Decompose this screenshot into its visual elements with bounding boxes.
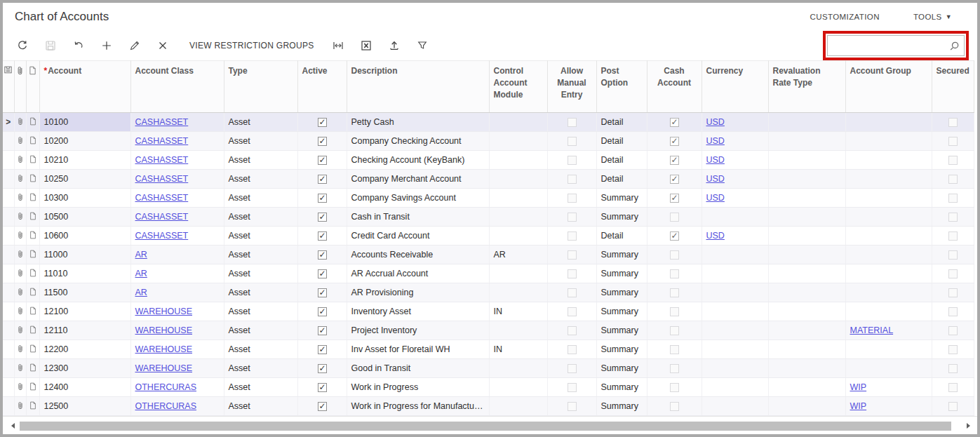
row-note-cell[interactable] [26, 151, 39, 170]
row-note-cell[interactable] [26, 302, 39, 321]
column-header-active[interactable]: Active [297, 61, 347, 113]
undo-button[interactable] [69, 36, 88, 55]
tools-menu[interactable]: TOOLS▼ [913, 13, 952, 21]
delete-row-button[interactable] [153, 36, 173, 55]
row-note-cell[interactable] [26, 132, 39, 151]
account-cell[interactable]: 10300 [39, 189, 130, 208]
active-checkbox[interactable] [318, 213, 327, 222]
row-attachment-cell[interactable] [14, 189, 26, 208]
currency-link[interactable]: USD [706, 155, 725, 165]
column-header-revaluation-rate-type[interactable]: Revaluation Rate Type [768, 61, 845, 113]
table-row[interactable]: 10210 CASHASSET Asset Checking Account (… [3, 151, 974, 170]
account-class-link[interactable]: CASHASSET [135, 136, 189, 146]
edit-record-button[interactable] [125, 36, 145, 55]
table-row[interactable]: 10200 CASHASSET Asset Company Checking A… [3, 132, 974, 151]
active-checkbox[interactable] [318, 402, 327, 411]
row-note-cell[interactable] [26, 227, 39, 246]
table-row[interactable]: 11010 AR Asset AR Accrual Account Summar… [3, 264, 974, 283]
row-note-cell[interactable] [26, 113, 39, 132]
account-class-link[interactable]: WAREHOUSE [135, 344, 193, 354]
active-checkbox[interactable] [318, 383, 327, 392]
row-selector-cell[interactable] [3, 321, 14, 340]
scroll-right-arrow-icon[interactable] [967, 423, 970, 429]
row-attachment-cell[interactable] [14, 208, 26, 227]
account-class-link[interactable]: CASHASSET [135, 155, 189, 165]
row-attachment-cell[interactable] [14, 340, 26, 359]
fit-to-screen-button[interactable] [328, 36, 348, 55]
table-row[interactable]: 12400 OTHERCURAS Asset Work in Progress … [3, 378, 974, 397]
row-selector-cell[interactable] [3, 283, 14, 302]
row-selector-cell[interactable] [3, 208, 14, 227]
account-class-link[interactable]: CASHASSET [135, 117, 189, 127]
active-checkbox[interactable] [318, 326, 327, 335]
row-attachment-cell[interactable] [14, 378, 26, 397]
column-header-control-account-module[interactable]: Control Account Module [489, 61, 547, 113]
account-cell[interactable]: 10250 [39, 170, 130, 189]
horizontal-scrollbar[interactable] [6, 420, 974, 431]
table-row[interactable]: 10600 CASHASSET Asset Credit Card Accoun… [3, 227, 974, 246]
row-note-cell[interactable] [26, 340, 39, 359]
row-selector-cell[interactable] [3, 151, 14, 170]
row-note-cell[interactable] [26, 246, 39, 264]
account-class-link[interactable]: AR [135, 288, 147, 297]
row-selector-cell[interactable] [3, 264, 14, 283]
table-row[interactable]: 11000 AR Asset Accounts Receivable AR Su… [3, 246, 974, 264]
table-row[interactable]: 10250 CASHASSET Asset Company Merchant A… [3, 170, 974, 189]
view-restriction-groups-button[interactable]: VIEW RESTRICTION GROUPS [189, 41, 314, 51]
table-row[interactable]: 12100 WAREHOUSE Asset Inventory Asset IN… [3, 302, 974, 321]
currency-link[interactable]: USD [706, 231, 725, 241]
row-note-cell[interactable] [26, 378, 39, 397]
scrollbar-thumb[interactable] [20, 422, 951, 431]
row-note-cell[interactable] [26, 208, 39, 227]
account-class-link[interactable]: WAREHOUSE [135, 307, 193, 316]
column-header-currency[interactable]: Currency [702, 61, 768, 113]
account-cell[interactable]: 11010 [39, 264, 130, 283]
column-header-secured[interactable]: Secured [932, 61, 974, 113]
account-cell[interactable]: 12110 [39, 321, 130, 340]
row-note-cell[interactable] [26, 264, 39, 283]
account-class-link[interactable]: WAREHOUSE [135, 363, 193, 373]
row-selector-cell[interactable] [3, 227, 14, 246]
column-header-type[interactable]: Type [224, 61, 297, 113]
upload-from-file-button[interactable] [384, 36, 404, 55]
account-group-link[interactable]: WIP [850, 382, 867, 392]
filter-settings-button[interactable] [412, 36, 432, 55]
column-header-post-option[interactable]: Post Option [596, 61, 647, 113]
column-header-notes[interactable] [26, 61, 39, 113]
row-selector-cell[interactable] [3, 189, 14, 208]
row-note-cell[interactable] [26, 359, 39, 378]
row-attachment-cell[interactable] [14, 302, 26, 321]
account-class-link[interactable]: OTHERCURAS [135, 401, 197, 411]
account-class-link[interactable]: CASHASSET [135, 193, 189, 203]
account-cell[interactable]: 10500 [39, 208, 130, 227]
account-class-link[interactable]: CASHASSET [135, 212, 189, 222]
active-checkbox[interactable] [318, 175, 327, 184]
row-selector-cell[interactable] [3, 246, 14, 264]
row-selector-cell[interactable] [3, 132, 14, 151]
account-cell[interactable]: 12300 [39, 359, 130, 378]
row-selector-cell[interactable] [3, 397, 14, 416]
column-header-row-settings[interactable] [3, 61, 14, 113]
currency-link[interactable]: USD [706, 117, 725, 127]
row-selector-cell[interactable]: > [3, 113, 14, 132]
currency-link[interactable]: USD [706, 136, 725, 146]
add-row-button[interactable] [97, 36, 116, 55]
row-attachment-cell[interactable] [14, 170, 26, 189]
customization-menu[interactable]: CUSTOMIZATION [810, 13, 880, 21]
row-attachment-cell[interactable] [14, 151, 26, 170]
table-row[interactable]: 11500 AR Asset AR Provisioning Summary [3, 283, 974, 302]
column-header-attachments[interactable] [14, 61, 26, 113]
account-cell[interactable]: 10210 [39, 151, 130, 170]
row-note-cell[interactable] [26, 321, 39, 340]
column-header-account[interactable]: *Account [39, 61, 130, 113]
account-cell[interactable]: 12200 [39, 340, 130, 359]
column-header-description[interactable]: Description [347, 61, 489, 113]
active-checkbox[interactable] [318, 250, 327, 260]
account-cell[interactable]: 12400 [39, 378, 130, 397]
row-attachment-cell[interactable] [14, 321, 26, 340]
account-cell[interactable]: 12500 [39, 397, 130, 416]
column-header-allow-manual-entry[interactable]: Allow Manual Entry [547, 61, 596, 113]
account-class-link[interactable]: WAREHOUSE [135, 325, 193, 335]
export-to-excel-button[interactable] [356, 36, 376, 55]
account-class-link[interactable]: CASHASSET [135, 231, 189, 241]
